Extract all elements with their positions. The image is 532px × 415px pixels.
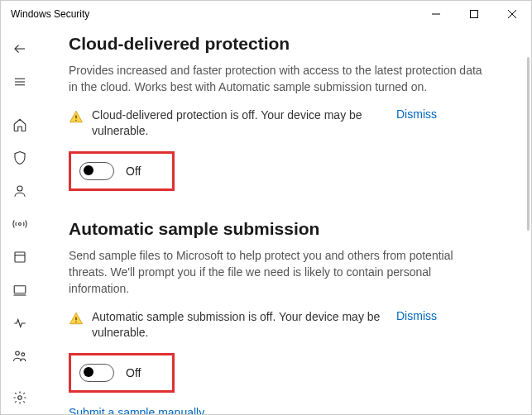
network-icon xyxy=(12,217,27,231)
window-title: Windows Security xyxy=(11,8,89,20)
sidebar-item-account[interactable] xyxy=(1,174,39,208)
cloud-warning-text: Cloud-delivered protection is off. Your … xyxy=(92,107,381,140)
sidebar xyxy=(1,27,39,414)
svg-point-18 xyxy=(75,119,77,121)
close-button[interactable] xyxy=(493,1,531,27)
svg-point-14 xyxy=(16,351,20,355)
titlebar: Windows Security xyxy=(1,1,531,27)
app-icon xyxy=(12,250,27,265)
close-icon xyxy=(508,10,516,18)
maximize-icon xyxy=(470,10,478,18)
family-icon xyxy=(12,349,27,364)
svg-rect-12 xyxy=(14,286,26,293)
menu-button[interactable] xyxy=(1,65,39,98)
sidebar-item-firewall[interactable] xyxy=(1,208,39,241)
cloud-heading: Cloud-delivered protection xyxy=(69,34,505,54)
content-area: Cloud-delivered protection Provides incr… xyxy=(39,27,531,414)
shield-icon xyxy=(12,150,27,165)
sample-dismiss-link[interactable]: Dismiss xyxy=(396,309,437,322)
cloud-description: Provides increased and faster protection… xyxy=(69,62,482,96)
cloud-dismiss-link[interactable]: Dismiss xyxy=(396,107,437,121)
section-cloud-protection: Cloud-delivered protection Provides incr… xyxy=(69,34,505,191)
maximize-button[interactable] xyxy=(455,1,493,27)
svg-point-15 xyxy=(22,353,25,356)
window-controls xyxy=(417,1,531,27)
sample-toggle[interactable] xyxy=(79,364,114,382)
svg-point-8 xyxy=(17,186,22,191)
cloud-toggle[interactable] xyxy=(79,162,114,180)
heart-icon xyxy=(12,316,27,331)
back-button[interactable] xyxy=(1,32,39,65)
section-sample-submission: Automatic sample submission Send sample … xyxy=(69,219,505,414)
sidebar-item-virus[interactable] xyxy=(1,141,39,174)
sidebar-item-settings[interactable] xyxy=(1,381,39,414)
sidebar-item-performance[interactable] xyxy=(1,307,39,340)
cloud-toggle-label: Off xyxy=(126,165,141,178)
minimize-icon xyxy=(432,10,440,18)
sidebar-item-device[interactable] xyxy=(1,274,39,307)
account-icon xyxy=(12,184,27,198)
home-icon xyxy=(12,117,27,132)
minimize-button[interactable] xyxy=(417,1,455,27)
sample-heading: Automatic sample submission xyxy=(69,219,505,239)
hamburger-icon xyxy=(12,74,27,89)
sidebar-item-app[interactable] xyxy=(1,241,39,274)
svg-rect-1 xyxy=(471,11,478,18)
toggle-knob xyxy=(84,165,93,175)
sample-warning-text: Automatic sample submission is off. Your… xyxy=(92,309,381,341)
sample-warning-row: Automatic sample submission is off. Your… xyxy=(69,309,505,341)
sidebar-item-family[interactable] xyxy=(1,340,39,373)
sample-toggle-highlight: Off xyxy=(69,353,175,393)
toggle-knob xyxy=(84,367,93,377)
warning-icon xyxy=(69,311,84,328)
cloud-warning-row: Cloud-delivered protection is off. Your … xyxy=(69,107,505,140)
sample-description: Send sample files to Microsoft to help p… xyxy=(69,247,482,298)
svg-point-16 xyxy=(18,396,22,400)
arrow-left-icon xyxy=(12,41,27,56)
cloud-toggle-highlight: Off xyxy=(69,151,175,191)
warning-icon xyxy=(69,109,84,126)
gear-icon xyxy=(12,390,27,405)
scrollbar[interactable] xyxy=(527,57,530,231)
device-icon xyxy=(12,283,27,298)
sample-toggle-label: Off xyxy=(126,366,141,379)
sidebar-item-home[interactable] xyxy=(1,108,39,141)
submit-sample-link[interactable]: Submit a sample manually xyxy=(69,406,204,414)
svg-rect-10 xyxy=(15,252,25,262)
svg-point-20 xyxy=(75,321,77,322)
svg-point-9 xyxy=(19,223,22,226)
